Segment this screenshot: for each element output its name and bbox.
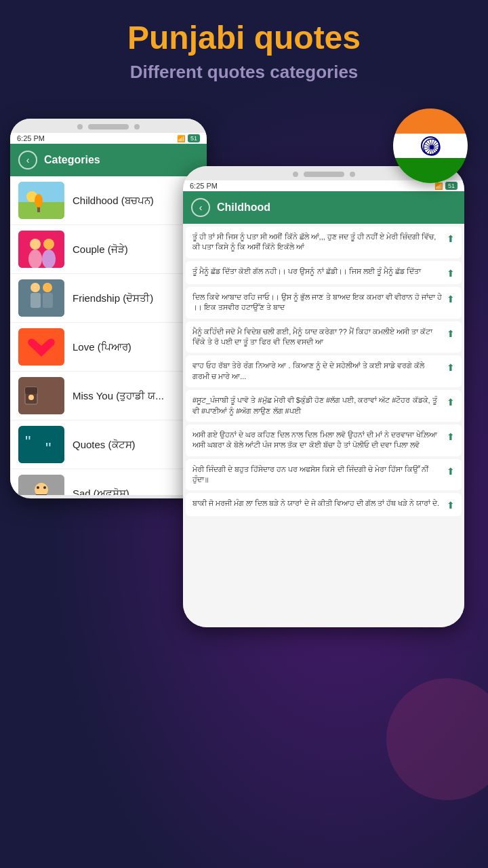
list-item[interactable]: ਮੈਨੂੰ ਕਹਿੰਦੀ ਜਦੋ ਮੈ ਵਿਦੇਸ਼ ਚਲੀ ਗਈ, ਮੈਨੂੰ… (186, 321, 462, 353)
list-item[interactable]: ਅਸੀ ਗਏ ਉਹਨਾਂ ਦੇ ਘਰ ਕਹਿਣ ਦਿਲ ਨਾਲ ਦਿਲ ਮਿਲਾ… (186, 425, 462, 456)
svg-point-18 (30, 239, 41, 250)
app-subtitle: Different quotes categories (0, 62, 488, 83)
quote-text: ਅਸੀ ਗਏ ਉਹਨਾਂ ਦੇ ਘਰ ਕਹਿਣ ਦਿਲ ਨਾਲ ਦਿਲ ਮਿਲਾ… (192, 430, 443, 451)
share-icon[interactable]: ⬆ (447, 431, 455, 442)
share-icon[interactable]: ⬆ (447, 233, 455, 244)
share-icon[interactable]: ⬆ (447, 466, 455, 477)
phone1-notch (10, 119, 207, 133)
sad-thumb (18, 475, 64, 495)
phone-quotes: 6:25 PM 📶 51 ‹ Childhood ਤੂੰ ਹੀ ਤਾਂ ਸੀ ਜ… (183, 166, 464, 627)
svg-rect-23 (30, 293, 41, 308)
svg-point-21 (42, 250, 56, 268)
svg-point-31 (28, 395, 34, 400)
list-item[interactable]: ਮੇਰੀ ਜਿੰਦਗੀ ਦੇ ਬਹੁਤ ਹਿੱਸੇਦਾਰ ਹਨ ਪਰ ਅਫਸੋਸ… (186, 459, 462, 491)
phone1-header: ‹ Categories (10, 144, 207, 176)
list-item[interactable]: " " Quotes (ਕੋਟਸ) (10, 420, 207, 469)
quote-text: ਬਾਕੀ ਜੋ ਮਰਜੀ ਮੰਗ ਲਾ ਦਿਲ ਬੜੇ ਨੇ ਯਾਰਾਂ ਦੇ … (192, 498, 443, 509)
phone2-header: ‹ Childhood (183, 191, 464, 224)
category-label: Quotes (ਕੋਟਸ) (73, 439, 136, 451)
quote-text: ਮੇਰੀ ਜਿੰਦਗੀ ਦੇ ਬਹੁਤ ਹਿੱਸੇਦਾਰ ਹਨ ਪਰ ਅਫਸੋਸ… (192, 465, 443, 486)
category-label: Sad (ਅਫਸੋਸ) (73, 488, 129, 496)
svg-rect-24 (43, 293, 53, 308)
share-icon[interactable]: ⬆ (447, 328, 455, 339)
category-label: Friendship (ਦੋਸਤੀ) (73, 292, 153, 304)
svg-rect-30 (25, 387, 37, 394)
svg-point-39 (43, 486, 46, 489)
childhood-thumb (18, 182, 64, 219)
list-item[interactable]: ਵਾਹ ਓਹ ਰੱਬਾ ਤੇਰੇ ਰੰਗ ਨਿਆਰੇ ਆ . ਕਿਆਣ ਨੂੰ … (186, 355, 462, 387)
missyou-thumb (18, 377, 64, 414)
battery-badge: 51 (188, 134, 200, 142)
phone2-time: 6:25 PM (190, 182, 218, 190)
app-title: Punjabi quotes (0, 20, 488, 56)
list-item[interactable]: Love (ਪਿਆਰ) (10, 323, 207, 372)
svg-point-16 (35, 194, 43, 208)
phone2-title: Childhood (217, 201, 270, 214)
list-item[interactable]: Childhood (ਬਚਪਨ) (10, 176, 207, 225)
list-item[interactable]: Miss You (ਤੁਹਾਡੀ ਯ... (10, 372, 207, 420)
list-item[interactable]: ਦਿਲ ਕਿਵੇ ਆਬਾਦ ਰਹਿ ਜਾਓ।। ਉਸ ਨੂੰ ਭੁੱਲ ਜਾਣ … (186, 287, 462, 319)
quote-text: ਤੂੰ ਹੀ ਤਾਂ ਸੀ ਜਿਸ ਨੂੰ ਪਤਾ ਸੀ ਅਸੀਂ ਕਿੱਨੇ … (192, 232, 443, 253)
flag-white (393, 134, 468, 159)
svg-point-20 (28, 250, 42, 268)
share-icon[interactable]: ⬆ (447, 500, 455, 511)
phone1-title: Categories (44, 154, 100, 166)
wifi-icon: 📶 (177, 135, 185, 142)
quote-text: ਤੂੰ ਮੈਨੂੰ ਛੱਡ ਦਿੱਤਾ ਕੋਈ ਗੱਲ ਨਹੀ।। ਪਰ ਉਸਨ… (192, 267, 443, 277)
back-button2[interactable]: ‹ (191, 198, 210, 217)
friendship-thumb (18, 279, 64, 317)
list-item[interactable]: ਤੂੰ ਹੀ ਤਾਂ ਸੀ ਜਿਸ ਨੂੰ ਪਤਾ ਸੀ ਅਸੀਂ ਕਿੱਨੇ … (186, 226, 462, 258)
love-thumb (18, 328, 64, 366)
quote-text: #ਸੂਟ_ਪੰਜਾਬੀ ਤੂੰ ਪਾਵੋ ਤੇ #ਮੁੱਛ ਮੇਰੀ ਵੀ $ਕ… (192, 395, 443, 416)
svg-rect-22 (18, 279, 64, 317)
list-item[interactable]: Sad (ਅਫਸੋਸ) (10, 469, 207, 495)
list-item[interactable]: Couple (ਜੋੜੇ) (10, 225, 207, 274)
quotes-list: ਤੂੰ ਹੀ ਤਾਂ ਸੀ ਜਿਸ ਨੂੰ ਪਤਾ ਸੀ ਅਸੀਂ ਕਿੱਨੇ … (183, 224, 464, 627)
share-icon[interactable]: ⬆ (447, 294, 455, 304)
svg-text:": " (25, 433, 31, 451)
list-item[interactable]: ਬਾਕੀ ਜੋ ਮਰਜੀ ਮੰਗ ਲਾ ਦਿਲ ਬੜੇ ਨੇ ਯਾਰਾਂ ਦੇ … (186, 493, 462, 516)
quote-text: ਮੈਨੂੰ ਕਹਿੰਦੀ ਜਦੋ ਮੈ ਵਿਦੇਸ਼ ਚਲੀ ਗਈ, ਮੈਨੂੰ… (192, 327, 443, 348)
svg-point-25 (30, 283, 40, 292)
quote-text: ਦਿਲ ਕਿਵੇ ਆਬਾਦ ਰਹਿ ਜਾਓ।। ਉਸ ਨੂੰ ਭੁੱਲ ਜਾਣ … (192, 292, 443, 313)
phone-categories: 6:25 PM 📶 51 ‹ Categories (10, 119, 207, 498)
category-label: Love (ਪਿਆਰ) (73, 341, 131, 353)
list-item[interactable]: #ਸੂਟ_ਪੰਜਾਬੀ ਤੂੰ ਪਾਵੋ ਤੇ #ਮੁੱਛ ਮੇਰੀ ਵੀ $ਕ… (186, 390, 462, 422)
svg-point-38 (37, 486, 39, 489)
phone1-status: 6:25 PM 📶 51 (10, 133, 207, 144)
list-item[interactable]: ਤੂੰ ਮੈਨੂੰ ਛੱਡ ਦਿੱਤਾ ਕੋਈ ਗੱਲ ਨਹੀ।। ਪਰ ਉਸਨ… (186, 261, 462, 284)
category-label: Childhood (ਬਚਪਨ) (73, 195, 154, 207)
battery-badge2: 51 (445, 182, 458, 190)
quote-text: ਵਾਹ ਓਹ ਰੱਬਾ ਤੇਰੇ ਰੰਗ ਨਿਆਰੇ ਆ . ਕਿਆਣ ਨੂੰ … (192, 361, 443, 382)
quotes-thumb: " " (18, 426, 64, 463)
categories-list: Childhood (ਬਚਪਨ) Couple (ਜੋੜੇ) (10, 176, 207, 495)
ashoka-chakra (421, 136, 440, 155)
list-item[interactable]: Friendship (ਦੋਸਤੀ) (10, 274, 207, 323)
svg-point-26 (43, 283, 52, 292)
india-flag (393, 108, 468, 183)
share-icon[interactable]: ⬆ (447, 268, 455, 279)
svg-text:": " (45, 439, 52, 458)
svg-point-19 (43, 239, 54, 250)
phone1-time: 6:25 PM (17, 134, 45, 142)
back-button[interactable]: ‹ (18, 151, 37, 170)
category-label: Miss You (ਤੁਹਾਡੀ ਯ... (73, 390, 164, 402)
wifi-icon2: 📶 (434, 182, 443, 190)
share-icon[interactable]: ⬆ (447, 362, 455, 373)
app-header: Punjabi quotes Different quotes categori… (0, 0, 488, 96)
share-icon[interactable]: ⬆ (447, 397, 455, 408)
category-label: Couple (ਜੋੜੇ) (73, 243, 128, 256)
couple-thumb (18, 231, 64, 268)
